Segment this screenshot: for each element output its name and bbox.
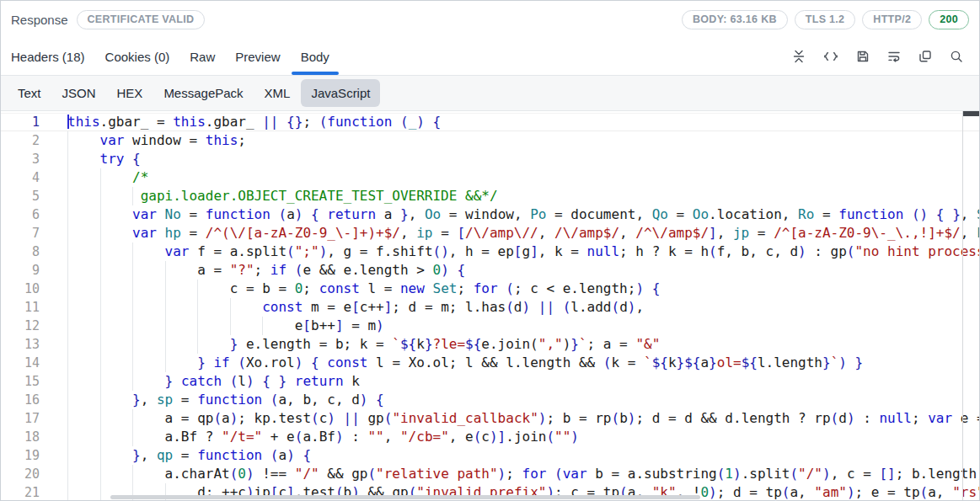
search-icon[interactable] (950, 50, 963, 63)
code-line[interactable]: 8var f = a.split(";"), g = f.shift(), h … (1, 243, 979, 261)
line-number: 16 (1, 391, 40, 409)
code-text: a = "?"; if (e && e.length > 0) { (40, 261, 465, 280)
code-line[interactable]: 20a.charAt(0) !== "/" && gp("relative pa… (1, 465, 979, 483)
code-line[interactable]: 4/* (1, 168, 979, 187)
code-text: var f = a.split(";"), g = f.shift(), h =… (40, 243, 979, 261)
code-line[interactable]: 12e[b++] = m) (1, 317, 979, 335)
code-line[interactable]: 11const m = e[c++]; d = m; l.has(d) || (… (1, 298, 979, 317)
line-number: 1 (1, 113, 40, 131)
code-text: e[b++] = m) (40, 317, 384, 335)
code-text: }, qp = function (a) { (40, 446, 311, 465)
line-number: 5 (1, 187, 40, 205)
code-text: var No = function (a) { return a }, Oo =… (40, 205, 979, 224)
code-text: } e.length = b; k = `${k}?le=${e.join(",… (40, 335, 660, 354)
tab-preview[interactable]: Preview (225, 38, 290, 75)
word-wrap-icon[interactable] (887, 50, 901, 63)
collapse-icon[interactable] (792, 50, 806, 63)
line-number: 17 (1, 409, 40, 428)
code-text: c = b = 0; const l = new Set; for (; c <… (40, 280, 660, 298)
line-number: 18 (1, 428, 40, 446)
vertical-scrollbar[interactable] (962, 111, 979, 500)
tab-body[interactable]: Body (291, 38, 340, 75)
save-icon[interactable] (856, 50, 870, 63)
panel-title: Response (11, 13, 68, 27)
code-line[interactable]: 3try { (1, 150, 979, 168)
line-number: 13 (1, 335, 40, 354)
meta-badge: BODY: 63.16 KB (682, 10, 788, 29)
code-line[interactable]: 9a = "?"; if (e && e.length > 0) { (1, 261, 979, 280)
code-line[interactable]: 19}, qp = function (a) { (1, 446, 979, 465)
code-line[interactable]: 2var window = this; (1, 131, 979, 150)
certificate-valid-badge: CERTIFICATE VALID (77, 10, 206, 29)
code-line[interactable]: 1this.gbar_ = this.gbar_ || {}; (functio… (1, 113, 979, 131)
meta-badge: HTTP/2 (862, 10, 922, 29)
line-number: 4 (1, 168, 40, 187)
braces-format-icon[interactable] (823, 50, 838, 63)
code-text: var window = this; (40, 131, 246, 150)
response-panel: Response CERTIFICATE VALID BODY: 63.16 K… (0, 0, 980, 501)
line-number: 7 (1, 224, 40, 243)
tab-cookies-0[interactable]: Cookies (0) (95, 38, 180, 75)
code-line[interactable]: 14} if (Xo.rol) { const l = Xo.ol; l && … (1, 354, 979, 372)
code-line[interactable]: 15} catch (l) { } return k (1, 372, 979, 391)
body-toolbar (792, 38, 979, 75)
line-number: 11 (1, 298, 40, 317)
code-editor[interactable]: 1this.gbar_ = this.gbar_ || {}; (functio… (1, 111, 979, 500)
code-text: try { (40, 150, 141, 168)
subtab-xml[interactable]: XML (254, 79, 301, 107)
response-tabs: Headers (18)Cookies (0)RawPreviewBody (1, 38, 340, 75)
line-number: 12 (1, 317, 40, 335)
subtab-text[interactable]: Text (8, 79, 51, 107)
code-text: } catch (l) { } return k (40, 372, 360, 391)
line-number: 9 (1, 261, 40, 280)
line-number: 10 (1, 280, 40, 298)
horizontal-scrollbar-thumb[interactable] (110, 495, 700, 499)
subtab-javascript[interactable]: JavaScript (301, 79, 380, 107)
code-text: a.charAt(0) !== "/" && gp("relative path… (40, 465, 979, 483)
subtab-hex[interactable]: HEX (107, 79, 153, 107)
code-lines: 1this.gbar_ = this.gbar_ || {}; (functio… (1, 113, 979, 500)
line-number: 14 (1, 354, 40, 372)
code-text: gapi.loader.OBJECT_CREATE_TEST_OVERRIDE … (40, 187, 498, 205)
code-line[interactable]: 16}, sp = function (a, b, c, d) { (1, 391, 979, 409)
code-text: var hp = /^(\/[a-zA-Z0-9_\-]+)+$/, ip = … (40, 224, 979, 243)
line-number: 3 (1, 150, 40, 168)
meta-badge: TLS 1.2 (795, 10, 856, 29)
subtab-messagepack[interactable]: MessagePack (153, 79, 253, 107)
code-text: a.Bf ? "/t=" + e(a.Bf) : "", "/cb=", e(c… (40, 428, 579, 446)
line-number: 15 (1, 372, 40, 391)
code-text: } if (Xo.rol) { const l = Xo.ol; l && l.… (40, 354, 863, 372)
code-text: a = qp(a); kp.test(c) || gp("invalid_cal… (40, 409, 979, 428)
code-text: this.gbar_ = this.gbar_ || {}; (function… (40, 113, 441, 131)
code-text: }, sp = function (a, b, c, d) { (40, 391, 384, 409)
line-number: 20 (1, 465, 40, 483)
code-text: /* (40, 168, 148, 187)
response-meta-badges: BODY: 63.16 KBTLS 1.2HTTP/2200 (682, 10, 969, 29)
line-number: 6 (1, 205, 40, 224)
tab-raw[interactable]: Raw (179, 38, 225, 75)
line-number: 8 (1, 243, 40, 261)
code-line[interactable]: 6var No = function (a) { return a }, Oo … (1, 205, 979, 224)
line-number: 2 (1, 131, 40, 150)
code-line[interactable]: 17a = qp(a); kp.test(c) || gp("invalid_c… (1, 409, 979, 428)
meta-badge: 200 (929, 10, 969, 29)
code-text: const m = e[c++]; d = m; l.has(d) || (l.… (40, 298, 644, 317)
code-line[interactable]: 18a.Bf ? "/t=" + e(a.Bf) : "", "/cb=", e… (1, 428, 979, 446)
code-line[interactable]: 13} e.length = b; k = `${k}?le=${e.join(… (1, 335, 979, 354)
code-line[interactable]: 10c = b = 0; const l = new Set; for (; c… (1, 280, 979, 298)
response-tabbar: Headers (18)Cookies (0)RawPreviewBody (1, 38, 979, 75)
horizontal-scrollbar[interactable] (1, 494, 962, 500)
vertical-scrollbar-thumb[interactable] (963, 111, 979, 116)
tab-headers-18[interactable]: Headers (18) (1, 38, 95, 75)
code-line[interactable]: 5gapi.loader.OBJECT_CREATE_TEST_OVERRIDE… (1, 187, 979, 205)
copy-icon[interactable] (918, 50, 932, 63)
body-format-subtabs: TextJSONHEXMessagePackXMLJavaScript (1, 75, 979, 111)
line-number: 19 (1, 446, 40, 465)
subtab-json[interactable]: JSON (52, 79, 106, 107)
response-header: Response CERTIFICATE VALID BODY: 63.16 K… (1, 1, 979, 38)
code-line[interactable]: 7var hp = /^(\/[a-zA-Z0-9_\-]+)+$/, ip =… (1, 224, 979, 243)
